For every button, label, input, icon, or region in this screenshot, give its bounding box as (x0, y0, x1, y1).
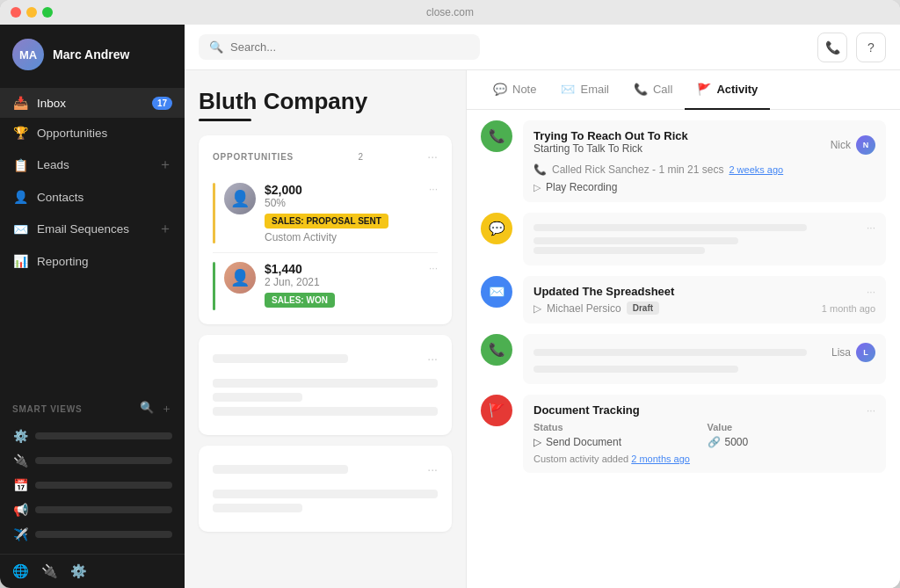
inbox-icon: 📥 (12, 96, 28, 110)
activity-user: Lisa L (831, 343, 875, 362)
left-panel: Bluth Company OPPORTUNITIES 2 ··· (185, 70, 466, 588)
value-label: Value (708, 422, 876, 432)
smart-view-bar (35, 531, 172, 538)
play-icon: ▷ (533, 182, 541, 193)
activity-body: Trying To Reach Out To Rick Starting To … (523, 120, 886, 202)
card-menu-icon[interactable]: ··· (427, 462, 438, 476)
opp-menu-icon[interactable]: ··· (429, 183, 438, 195)
placeholder-card-2: ··· (199, 446, 452, 532)
sidebar-item-opportunities[interactable]: 🏆 Opportunities (0, 118, 185, 148)
help-button[interactable]: ? (856, 33, 886, 62)
globe-icon[interactable]: 🌐 (12, 563, 29, 579)
minimize-button[interactable] (26, 7, 37, 18)
sidebar-item-label: Leads (37, 158, 149, 171)
activity-body: Updated The Spreadsheet ··· ▷ Michael Pe… (523, 276, 886, 323)
reporting-icon: 📊 (12, 254, 28, 268)
smart-view-item[interactable]: ✈️ (12, 522, 172, 547)
smart-view-bar (35, 482, 172, 489)
activity-item-call: 📞 Trying To Reach Out To Rick Starting T… (481, 120, 886, 202)
add-lead-icon[interactable]: ＋ (158, 156, 172, 174)
activity-title: Document Tracking (533, 403, 640, 417)
close-button[interactable] (11, 7, 21, 18)
sidebar-item-email-sequences[interactable]: ✉️ Email Sequences ＋ (0, 212, 185, 246)
app-layout: MA Marc Andrew 📥 Inbox 17 🏆 Opportunitie… (0, 25, 900, 588)
opp-menu-icon[interactable]: ··· (429, 262, 438, 274)
settings-icon[interactable]: ⚙️ (70, 563, 87, 579)
smart-views-section: SMART VIEWS 🔍 ＋ ⚙️ 🔌 📅 (0, 392, 185, 550)
tab-note[interactable]: 💬 Note (481, 70, 548, 110)
add-sequence-icon[interactable]: ＋ (158, 220, 172, 238)
email-meta-row: ▷ Michael Persico Draft 1 month ago (533, 301, 875, 315)
placeholder (213, 393, 302, 402)
activity-user-name: Nick (831, 139, 851, 151)
opp-date: 2 Jun, 2021 (265, 276, 420, 288)
sidebar-item-inbox[interactable]: 📥 Inbox 17 (0, 88, 185, 118)
email-time: 1 month ago (822, 303, 875, 314)
smart-view-bar (35, 432, 172, 439)
user-profile[interactable]: MA Marc Andrew (0, 25, 185, 84)
card-menu-icon[interactable]: ··· (427, 149, 438, 163)
opportunity-item[interactable]: 👤 $2,000 50% SALES: PROPOSAL SENT Custom… (213, 174, 438, 253)
maximize-button[interactable] (42, 7, 53, 18)
sidebar-item-label: Opportunities (37, 127, 172, 140)
smart-view-item[interactable]: 📅 (12, 473, 172, 497)
main-content: 🔍 📞 ? Bluth Company OPPORTUNITIES (185, 25, 900, 588)
phone-button[interactable]: 📞 (817, 33, 847, 62)
opp-status-bar (213, 262, 215, 310)
add-smart-view-icon[interactable]: ＋ (161, 401, 172, 417)
doc-value-col: Value 🔗 5000 (708, 422, 876, 448)
user-avatar: L (856, 343, 875, 362)
sidebar-item-contacts[interactable]: 👤 Contacts (0, 182, 185, 212)
tab-activity[interactable]: 🚩 Activity (685, 70, 770, 110)
activity-item-custom: 💬 ··· (481, 213, 886, 265)
smart-view-icon-2: 🔌 (12, 454, 28, 468)
card-menu-icon[interactable]: ··· (427, 352, 438, 366)
plugin-icon[interactable]: 🔌 (41, 563, 58, 579)
opp-percent: 50% (265, 197, 420, 209)
search-smart-views-icon[interactable]: 🔍 (140, 401, 154, 417)
window-controls (11, 7, 53, 18)
smart-view-item[interactable]: 📢 (12, 497, 172, 522)
sidebar-item-reporting[interactable]: 📊 Reporting (0, 246, 185, 276)
placeholder (213, 490, 438, 498)
smart-views-label: SMART VIEWS (12, 404, 82, 414)
right-panel: 💬 Note ✉️ Email 📞 Call 🚩 (466, 70, 900, 588)
smart-view-item[interactable]: 🔌 (12, 448, 172, 473)
placeholder-card-1: ··· (199, 335, 452, 435)
search-box[interactable]: 🔍 (199, 34, 480, 60)
smart-view-item[interactable]: ⚙️ (12, 424, 172, 448)
placeholder (213, 379, 438, 388)
footer-link[interactable]: 2 months ago (631, 454, 690, 464)
opportunity-item[interactable]: 👤 $1,440 2 Jun, 2021 SALES: WON ··· (213, 253, 438, 310)
send-document-row: ▷ Send Document (533, 436, 702, 448)
tab-call[interactable]: 📞 Call (621, 70, 685, 110)
placeholder (533, 366, 738, 373)
activity-menu-icon[interactable]: ··· (867, 404, 875, 417)
smart-view-icon-5: ✈️ (12, 527, 28, 541)
email-sequences-icon: ✉️ (12, 222, 28, 236)
search-input[interactable] (230, 40, 469, 54)
avatar: MA (12, 39, 44, 70)
sidebar-item-leads[interactable]: 📋 Leads ＋ (0, 148, 185, 182)
smart-view-bar (35, 506, 172, 513)
sidebar-bottom: 🌐 🔌 ⚙️ (0, 554, 185, 588)
call-icon: 📞 (634, 83, 648, 96)
topbar-actions: 📞 ? (817, 33, 886, 62)
activity-feed: 📞 Trying To Reach Out To Rick Starting T… (467, 110, 900, 588)
placeholder (213, 465, 348, 474)
document-grid: Status ▷ Send Document Value (533, 422, 875, 448)
sidebar-item-label: Contacts (37, 191, 172, 204)
activity-menu-icon[interactable]: ··· (867, 221, 875, 234)
email-icon: ✉️ (561, 83, 575, 96)
call2-activity-icon: 📞 (481, 334, 512, 366)
activity-item-document: 🚩 Document Tracking ··· Status (481, 395, 886, 473)
opp-info: $1,440 2 Jun, 2021 SALES: WON (265, 262, 420, 310)
activity-body: Document Tracking ··· Status ▷ Send Docu… (523, 395, 886, 473)
tab-email[interactable]: ✉️ Email (548, 70, 621, 110)
play-recording-button[interactable]: ▷ Play Recording (533, 181, 875, 193)
activity-user: Nick N (831, 135, 875, 155)
draft-badge: Draft (627, 301, 659, 315)
activity-menu-icon[interactable]: ··· (867, 286, 875, 298)
call-meta-link[interactable]: 2 weeks ago (729, 164, 783, 175)
custom-activity-icon: 💬 (481, 213, 512, 244)
